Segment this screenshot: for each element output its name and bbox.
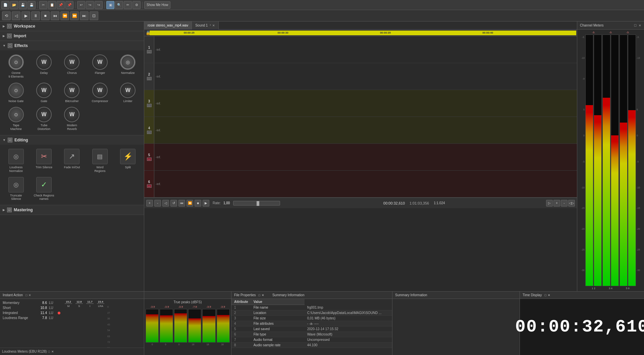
- show-me-how-btn[interactable]: Show Me How: [144, 1, 170, 9]
- time-display-square[interactable]: □: [544, 294, 546, 297]
- tool-trim-silence[interactable]: ✂ Trim Silence: [31, 147, 57, 174]
- play-btn[interactable]: ▶: [21, 11, 30, 20]
- effect-bitcrusher[interactable]: W Bitcrusher: [59, 81, 85, 104]
- file-props-square[interactable]: □: [258, 294, 260, 297]
- rscale-neg20: -20: [637, 228, 640, 230]
- prev-transport-btn[interactable]: ⏮: [178, 200, 185, 207]
- paste-btn[interactable]: 📌: [57, 1, 65, 9]
- channel-meters-x[interactable]: ✕: [639, 24, 641, 27]
- import-header[interactable]: ▶ ☐ Import: [0, 31, 144, 41]
- instant-action-square[interactable]: □: [25, 294, 27, 297]
- rewind-btn[interactable]: ⏪: [60, 11, 69, 20]
- effect-tape-machine[interactable]: ⊙ TapeMachine: [3, 105, 29, 132]
- play-transport-btn[interactable]: ▶: [203, 200, 209, 207]
- effect-delay[interactable]: W Delay: [31, 53, 57, 80]
- select-btn[interactable]: ▣: [106, 1, 114, 9]
- instant-action-header: Instant Action □ ✕: [0, 292, 144, 299]
- effect-chorus[interactable]: W Chorus: [59, 53, 85, 80]
- zoom-btn[interactable]: 🔍: [115, 1, 123, 9]
- file-prop-row-1: 2 Location C:\Users\Jacob\AppData\Local\…: [231, 310, 392, 316]
- ozone-label: Ozone9 Elements: [8, 71, 23, 79]
- loudness-footer-square[interactable]: □: [48, 350, 50, 353]
- workspace-header[interactable]: ▶ ☐ Workspace: [0, 21, 144, 31]
- back-btn[interactable]: ⟲: [2, 11, 11, 20]
- tab-close-sound1[interactable]: ✕: [212, 24, 215, 27]
- effect-normalize[interactable]: ◎ Normalize: [115, 53, 141, 80]
- summary-info-btn[interactable]: Summary Information: [272, 293, 305, 297]
- import-check[interactable]: ☐: [7, 34, 12, 38]
- file-tab-main[interactable]: rosie stereo_wav_mp4.wav: [144, 21, 192, 30]
- effect-gate[interactable]: W Gate: [31, 81, 57, 104]
- effects-check[interactable]: ☐: [8, 43, 12, 48]
- tool-split[interactable]: ⚡ Split: [115, 147, 141, 174]
- tool-fade-in-out[interactable]: ↗ Fade In/Out: [59, 147, 85, 174]
- mastering-header[interactable]: ▶ ☑ Mastering: [0, 205, 144, 215]
- prev-btn[interactable]: ◁: [12, 11, 20, 20]
- next-track-btn[interactable]: ⏭: [80, 11, 89, 20]
- tool-loudness-normalize[interactable]: ◎ LoudnessNormalize: [3, 147, 29, 174]
- instant-action-panel: Instant Action □ ✕ Momentary 8.6 LU Shor…: [0, 292, 144, 355]
- track-mute-2[interactable]: —: [147, 77, 152, 80]
- new-btn[interactable]: 📄: [1, 1, 9, 9]
- save-all-btn[interactable]: 💾: [28, 1, 36, 9]
- stop-transport-btn[interactable]: ■: [195, 200, 201, 207]
- normalize-label: Normalize: [121, 71, 135, 75]
- undo-btn[interactable]: ↩: [77, 1, 85, 9]
- effects-header[interactable]: ▼ ☐ Effects: [0, 41, 144, 50]
- file-tab-bar: rosie stereo_wav_mp4.wav Sound 1 * ✕: [144, 21, 577, 30]
- effect-limiter[interactable]: W Limiter: [115, 81, 141, 104]
- effect-tube-distortion[interactable]: W TubeDistortion: [31, 105, 57, 132]
- mastering-check[interactable]: ☑: [7, 208, 12, 212]
- pause-btn[interactable]: ⏸: [31, 11, 40, 20]
- cut-btn[interactable]: ✂: [39, 1, 47, 9]
- tool-btn[interactable]: ⚙: [132, 1, 141, 9]
- track-mute-5[interactable]: —: [147, 158, 152, 161]
- redo-btn[interactable]: ↪: [86, 1, 94, 9]
- ch5-bar: [620, 35, 628, 286]
- effect-compressor[interactable]: W Compressor: [87, 81, 113, 104]
- scroll-left-btn[interactable]: ◁: [162, 200, 169, 207]
- track-mute-1[interactable]: —: [147, 50, 152, 53]
- add-track-btn[interactable]: +: [146, 200, 153, 207]
- redo2-btn[interactable]: ↪: [95, 1, 103, 9]
- time-display-close[interactable]: ✕: [548, 294, 550, 297]
- edit-btn[interactable]: ✏: [124, 1, 132, 9]
- loudness-footer-x[interactable]: ✕: [51, 350, 54, 353]
- mastering-title: Mastering: [14, 208, 33, 212]
- rate-slider[interactable]: [233, 201, 280, 206]
- prev2-transport-btn[interactable]: ⏪: [186, 200, 193, 207]
- workspace-check[interactable]: ☐: [7, 24, 12, 29]
- zoom-out-btn[interactable]: -: [561, 200, 568, 207]
- remove-track-btn[interactable]: -: [154, 200, 161, 207]
- scroll-right-end-btn[interactable]: ▷: [546, 200, 553, 207]
- loop-transport-btn[interactable]: ↺: [170, 200, 177, 207]
- effect-ozone[interactable]: ⊙ Ozone9 Elements: [3, 53, 29, 80]
- paste2-btn[interactable]: 📌: [65, 1, 73, 9]
- rate-slider-thumb[interactable]: [257, 201, 259, 206]
- zoom-in-btn[interactable]: +: [553, 200, 560, 207]
- editing-check[interactable]: ☑: [8, 138, 12, 142]
- file-props-close[interactable]: ✕: [262, 294, 264, 297]
- editing-header[interactable]: ▼ ☑ Editing: [0, 135, 144, 145]
- prev-track-btn[interactable]: ⏮: [51, 11, 59, 20]
- channel-meters-close[interactable]: ☐: [634, 24, 637, 27]
- open-btn[interactable]: 📂: [10, 1, 18, 9]
- copy-btn[interactable]: 📋: [48, 1, 56, 9]
- tool-check-regions[interactable]: ✓ Check Regionsnames: [31, 176, 57, 203]
- tool-truncate-silence[interactable]: ◎ TruncateSilence: [3, 176, 29, 203]
- file-tab-sound1[interactable]: Sound 1 * ✕: [192, 21, 218, 30]
- track-mute-6[interactable]: —: [147, 184, 152, 188]
- effect-flanger[interactable]: W Flanger: [87, 53, 113, 80]
- effect-noise-gate[interactable]: ⊙ Noise Gate: [3, 81, 29, 104]
- track-mute-4[interactable]: —: [147, 131, 152, 134]
- instant-action-close[interactable]: ✕: [29, 294, 31, 297]
- save-btn[interactable]: 💾: [19, 1, 27, 9]
- effect-modern-reverb[interactable]: W ModernReverb: [59, 105, 85, 132]
- loop-btn[interactable]: ⊡: [90, 11, 98, 20]
- zoom-all-btn[interactable]: ◁▷: [568, 200, 575, 207]
- word-regions-icon: ▤: [92, 149, 108, 164]
- tool-word-regions[interactable]: ▤ WordRegions: [87, 147, 113, 174]
- track-mute-3[interactable]: —: [147, 104, 152, 107]
- stop-btn[interactable]: ■: [41, 11, 50, 20]
- forward-btn[interactable]: ⏩: [70, 11, 79, 20]
